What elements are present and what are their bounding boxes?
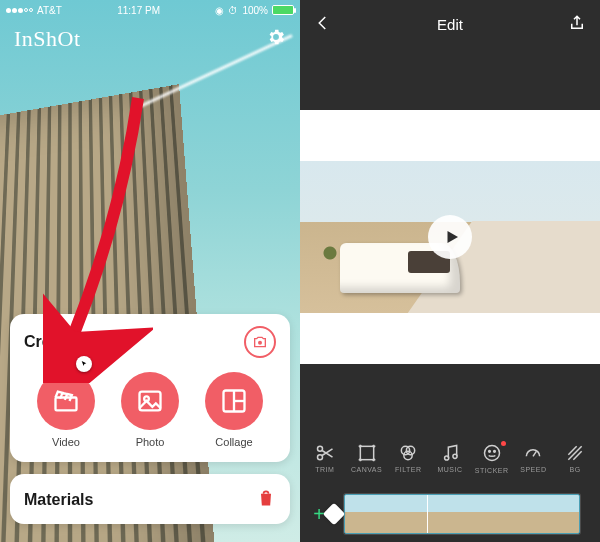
camera-icon — [252, 334, 268, 350]
app-header: InShOt — [0, 20, 300, 52]
back-button[interactable] — [314, 14, 332, 35]
chevron-left-icon — [314, 14, 332, 32]
svg-point-15 — [484, 445, 499, 460]
create-new-card: Create New Video — [10, 314, 290, 462]
create-video-button[interactable]: Video — [26, 372, 106, 448]
shopping-bag-icon — [256, 488, 276, 512]
signal-icon — [6, 8, 33, 13]
svg-rect-2 — [140, 392, 161, 411]
svg-rect-9 — [360, 446, 373, 459]
video-label: Video — [52, 436, 80, 448]
svg-point-17 — [493, 450, 495, 452]
svg-point-13 — [445, 456, 449, 460]
tool-music[interactable]: MUSIC — [432, 443, 468, 473]
share-button[interactable] — [568, 14, 586, 35]
canvas-icon — [357, 443, 377, 463]
create-collage-button[interactable]: Collage — [194, 372, 274, 448]
carrier-label: AT&T — [37, 5, 62, 16]
app-logo: InShOt — [14, 26, 81, 52]
photo-label: Photo — [136, 436, 165, 448]
svg-line-18 — [533, 451, 536, 456]
clock: 11:17 PM — [117, 5, 160, 16]
svg-point-0 — [258, 341, 262, 345]
cursor-pointer-icon — [76, 356, 92, 372]
gear-icon — [266, 27, 286, 47]
scissors-icon — [315, 443, 335, 463]
tool-sticker[interactable]: STICKER — [474, 443, 510, 474]
edit-screen: Edit TRIM CANVAS FILTER MUS — [300, 0, 600, 542]
clapperboard-icon — [52, 387, 80, 415]
music-icon — [440, 443, 460, 463]
svg-point-16 — [488, 450, 490, 452]
status-bar: AT&T 11:17 PM ◉ ⏱ 100% — [0, 0, 300, 20]
camera-button[interactable] — [244, 326, 276, 358]
materials-title: Materials — [24, 491, 93, 509]
location-icon: ◉ — [215, 5, 224, 16]
bg-icon — [565, 443, 585, 463]
svg-point-12 — [404, 451, 412, 459]
play-button[interactable] — [428, 215, 472, 259]
collage-icon — [220, 387, 248, 415]
timeline[interactable]: + — [300, 486, 600, 542]
create-photo-button[interactable]: Photo — [110, 372, 190, 448]
preview-letterbox-top — [300, 48, 600, 110]
battery-percent: 100% — [242, 5, 268, 16]
edit-title: Edit — [437, 16, 463, 33]
edit-toolbar: TRIM CANVAS FILTER MUSIC STICKER SPEED B… — [300, 426, 600, 486]
create-new-title: Create New — [24, 333, 111, 351]
alarm-icon: ⏱ — [228, 5, 238, 16]
tool-filter[interactable]: FILTER — [390, 443, 426, 473]
timeline-clip[interactable] — [344, 494, 580, 534]
battery-icon — [272, 5, 294, 15]
sticker-icon — [482, 443, 502, 463]
tool-speed[interactable]: SPEED — [515, 443, 551, 473]
svg-point-11 — [407, 446, 415, 454]
photo-icon — [136, 387, 164, 415]
svg-point-14 — [453, 454, 457, 458]
tool-trim[interactable]: TRIM — [307, 443, 343, 473]
speed-icon — [523, 443, 543, 463]
edit-header: Edit — [300, 0, 600, 48]
video-preview[interactable] — [300, 110, 600, 364]
settings-button[interactable] — [266, 27, 286, 51]
home-screen: AT&T 11:17 PM ◉ ⏱ 100% InShOt Create New — [0, 0, 300, 542]
collage-label: Collage — [215, 436, 252, 448]
materials-card[interactable]: Materials — [10, 474, 290, 524]
svg-point-7 — [317, 446, 322, 451]
filter-icon — [398, 443, 418, 463]
preview-letterbox-bottom — [300, 364, 600, 426]
tool-canvas[interactable]: CANVAS — [349, 443, 385, 473]
share-icon — [568, 14, 586, 32]
tool-bg[interactable]: BG — [557, 443, 593, 473]
play-icon — [443, 228, 461, 246]
svg-point-8 — [317, 455, 322, 460]
